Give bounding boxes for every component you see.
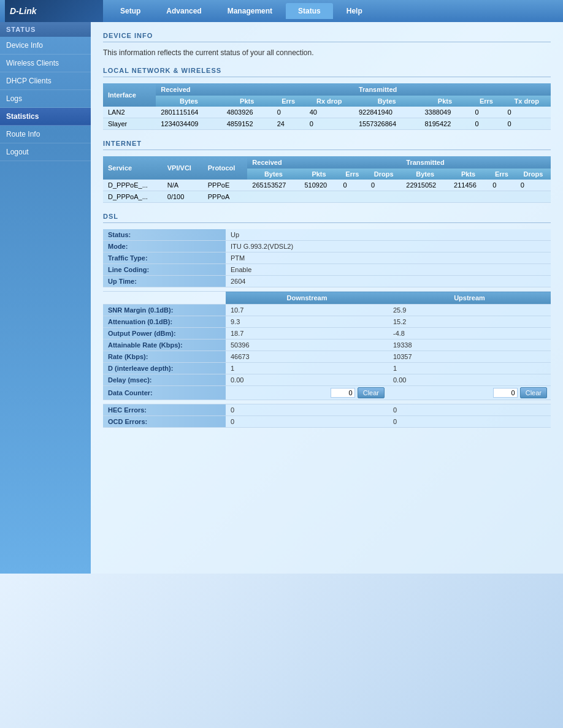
dsl-data-counter-upstream-cell: Clear	[388, 386, 551, 400]
logo-text: D-Link	[10, 6, 37, 16]
row-lan2-interface: LAN2	[103, 107, 156, 118]
row-lan2-tx-bytes: 922841940	[354, 107, 420, 118]
row-lan2-rx-bytes: 2801115164	[156, 107, 222, 118]
dsl-status-label: Status:	[103, 229, 226, 241]
dsl-data-counter-label: Data Counter:	[103, 386, 226, 400]
dsl-traffic-value: PTM	[226, 252, 551, 264]
dsl-hec-errors-upstream: 0	[388, 404, 551, 416]
dsl-snr-label: SNR Margin (0.1dB):	[103, 305, 226, 316]
tab-setup[interactable]: Setup	[108, 3, 153, 19]
col-int-tx-pkts: Pkts	[449, 169, 488, 180]
dsl-data-counter-upstream-input[interactable]	[493, 388, 518, 398]
col-int-tx-errs: Errs	[488, 169, 516, 180]
col-interface: Interface	[103, 83, 156, 107]
dsl-clear-upstream-button[interactable]: Clear	[520, 387, 547, 398]
sidebar-item-logout[interactable]: Logout	[0, 143, 91, 161]
dsl-data-counter-row: Data Counter: Clear Clear	[103, 386, 551, 400]
dsl-output-power-upstream: -4.8	[388, 328, 551, 339]
internet-table: Service VPI/VCI Protocol Received Transm…	[103, 156, 551, 203]
dsl-output-power-row: Output Power (dBm): 18.7 -4.8	[103, 328, 551, 339]
dsl-downstream-header: Downstream	[226, 292, 388, 305]
dsl-delay-row: Delay (msec): 0.00 0.00	[103, 374, 551, 386]
table-row: D_PPPoE_... N/A PPPoE 265153527 510920 0…	[103, 180, 551, 191]
dsl-hec-errors-downstream: 0	[226, 404, 388, 416]
table-row: LAN2 2801115164 4803926 0 40 922841940 3…	[103, 107, 551, 118]
row-pppoa-vpi: 0/100	[163, 191, 203, 203]
dsl-attenuation-upstream: 15.2	[388, 316, 551, 328]
dsl-ocd-errors-upstream: 0	[388, 416, 551, 428]
dsl-divider	[103, 222, 551, 223]
dsl-delay-downstream: 0.00	[226, 374, 388, 386]
dsl-status-row: Status: Up	[103, 229, 551, 241]
dsl-uptime-value: 2604	[226, 276, 551, 287]
sidebar-item-dhcp-clients[interactable]: DHCP Clients	[0, 72, 91, 90]
tab-advanced[interactable]: Advanced	[154, 3, 213, 19]
row-pppoe-rx-errs: 0	[339, 180, 367, 191]
dsl-mode-value: ITU G.993.2(VDSL2)	[226, 241, 551, 252]
top-navigation: D-Link Setup Advanced Management Status …	[0, 0, 563, 22]
dsl-snr-row: SNR Margin (0.1dB): 10.7 25.9	[103, 305, 551, 316]
local-network-title: LOCAL NETWORK & WIRELESS	[103, 67, 551, 74]
sidebar-item-device-info[interactable]: Device Info	[0, 37, 91, 55]
col-int-rx-drops: Drops	[366, 169, 401, 180]
row-pppoe-tx-pkts: 211456	[449, 180, 488, 191]
col-rx-bytes: Bytes	[156, 96, 222, 107]
dsl-title: DSL	[103, 213, 551, 220]
row-lan2-tx-errs: 0	[470, 107, 502, 118]
row-pppoa-protocol: PPPoA	[203, 191, 248, 203]
dsl-data-counter-downstream-input[interactable]	[331, 388, 355, 398]
dsl-delay-label: Delay (msec):	[103, 374, 226, 386]
dsl-col-headers: Downstream Upstream	[103, 292, 551, 305]
dsl-interleave-upstream: 1	[388, 363, 551, 374]
local-network-table: Interface Received Transmitted Bytes Pkt…	[103, 83, 551, 130]
tab-status[interactable]: Status	[286, 3, 333, 19]
internet-title: INTERNET	[103, 140, 551, 147]
row-pppoe-rx-bytes: 265153527	[247, 180, 299, 191]
dsl-attainable-rate-upstream: 19338	[388, 339, 551, 351]
dsl-interleave-downstream: 1	[226, 363, 388, 374]
dsl-snr-downstream: 10.7	[226, 305, 388, 316]
row-pppoe-rx-pkts: 510920	[299, 180, 338, 191]
sidebar-item-route-info[interactable]: Route Info	[0, 126, 91, 143]
sidebar: Status Device Info Wireless Clients DHCP…	[0, 22, 91, 574]
device-info-divider	[103, 42, 551, 42]
row-pppoa-rx-drops	[366, 191, 401, 203]
row-slayer-interface: Slayer	[103, 118, 156, 130]
dsl-attainable-rate-label: Attainable Rate (Kbps):	[103, 339, 226, 351]
row-pppoa-tx-bytes	[401, 191, 449, 203]
row-pppoa-rx-errs	[339, 191, 367, 203]
row-lan2-tx-drop: 0	[502, 107, 551, 118]
dsl-rate-downstream: 46673	[226, 351, 388, 363]
dsl-rate-row: Rate (Kbps): 46673 10357	[103, 351, 551, 363]
row-pppoe-protocol: PPPoE	[203, 180, 248, 191]
col-int-tx-bytes: Bytes	[401, 169, 449, 180]
device-info-description: This information reflects the current st…	[103, 48, 551, 57]
col-rx-errs: Errs	[272, 96, 305, 107]
col-tx-drop: Tx drop	[502, 96, 551, 107]
sidebar-item-wireless-clients[interactable]: Wireless Clients	[0, 55, 91, 72]
dsl-clear-downstream-button[interactable]: Clear	[358, 387, 385, 398]
row-pppoa-service: D_PPPoA_...	[103, 191, 163, 203]
row-slayer-rx-pkts: 4859152	[222, 118, 272, 130]
local-network-section: LOCAL NETWORK & WIRELESS Interface Recei…	[103, 67, 551, 130]
sidebar-item-logs[interactable]: Logs	[0, 90, 91, 108]
dsl-snr-upstream: 25.9	[388, 305, 551, 316]
dsl-hec-errors-row: HEC Errors: 0 0	[103, 404, 551, 416]
tab-help[interactable]: Help	[334, 3, 375, 19]
dsl-status-value: Up	[226, 229, 551, 241]
row-pppoe-tx-drops: 0	[516, 180, 551, 191]
col-tx-pkts: Pkts	[419, 96, 470, 107]
tab-management[interactable]: Management	[215, 3, 285, 19]
dsl-uptime-label: Up Time:	[103, 276, 226, 287]
col-transmitted: Transmitted	[354, 83, 551, 96]
dsl-line-coding-row: Line Coding: Enable	[103, 264, 551, 276]
dsl-spacer2-row	[103, 400, 551, 404]
row-pppoa-tx-drops	[516, 191, 551, 203]
dsl-section: DSL Status: Up Mode: ITU G.993.2(VDSL2) …	[103, 213, 551, 428]
dsl-interleave-row: D (interleave depth): 1 1	[103, 363, 551, 374]
row-slayer-tx-drop: 0	[502, 118, 551, 130]
row-pppoe-tx-errs: 0	[488, 180, 516, 191]
row-slayer-rx-bytes: 1234034409	[156, 118, 222, 130]
row-lan2-tx-pkts: 3388049	[419, 107, 470, 118]
sidebar-item-statistics[interactable]: Statistics	[0, 108, 91, 126]
